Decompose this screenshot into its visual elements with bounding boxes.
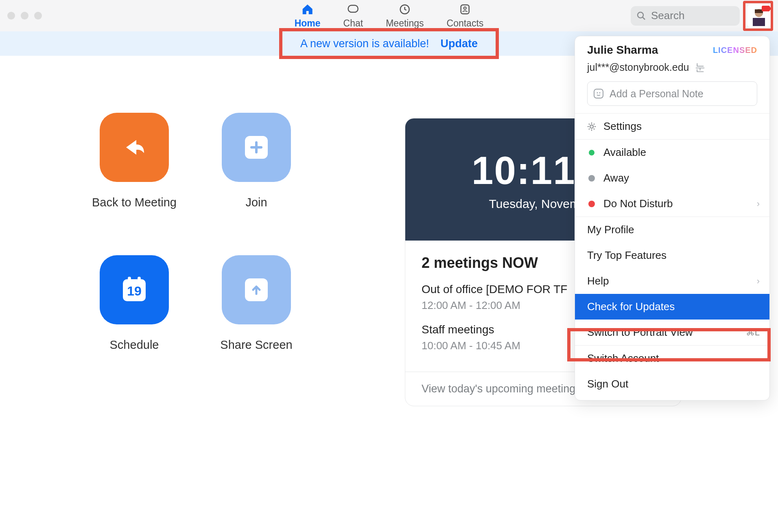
svg-point-19 (597, 92, 598, 94)
svg-point-4 (638, 12, 643, 18)
svg-line-29 (594, 124, 594, 125)
menu-sign-out[interactable]: Sign Out (575, 371, 769, 397)
tab-home[interactable]: Home (295, 2, 321, 31)
menu-settings[interactable]: Settings (575, 114, 769, 139)
back-to-meeting-button[interactable]: Back to Meeting (77, 113, 191, 251)
menu-switch-account[interactable]: Switch Account (575, 346, 769, 371)
share-icon (222, 255, 291, 324)
svg-line-27 (594, 129, 594, 129)
update-link[interactable]: Update (441, 37, 478, 50)
update-banner-text: A new version is available! (300, 37, 429, 50)
contacts-icon (458, 2, 472, 16)
svg-rect-0 (348, 5, 358, 12)
chevron-right-icon: › (757, 276, 760, 287)
profile-avatar[interactable] (747, 4, 771, 28)
menu-try-top-features[interactable]: Try Top Features (575, 243, 769, 268)
schedule-label: Schedule (110, 338, 159, 352)
plus-icon (222, 113, 291, 182)
chat-icon (346, 2, 360, 16)
share-screen-button[interactable]: Share Screen (199, 255, 313, 394)
menu-help[interactable]: Help › (575, 268, 769, 294)
join-label: Join (245, 196, 267, 209)
back-arrow-icon (100, 113, 169, 182)
svg-text:19: 19 (127, 284, 142, 298)
svg-point-20 (599, 92, 601, 94)
home-icon (301, 2, 315, 16)
status-available-icon (589, 150, 594, 155)
tab-chat[interactable]: Chat (343, 2, 363, 31)
schedule-button[interactable]: 19 Schedule (77, 255, 191, 394)
window-zoom-icon[interactable] (34, 12, 42, 20)
hide-email-icon[interactable]: 눈 (695, 61, 705, 74)
window-controls (7, 12, 42, 20)
status-dnd-icon (588, 201, 595, 207)
gear-icon (587, 122, 596, 131)
calendar-icon: 19 (100, 255, 169, 324)
status-away[interactable]: Away (575, 165, 769, 191)
profile-name: Julie Sharma (587, 44, 658, 57)
personal-note-placeholder: Add a Personal Note (610, 88, 704, 100)
search-icon (636, 11, 646, 21)
tab-chat-label: Chat (343, 18, 363, 29)
window-close-icon[interactable] (7, 12, 15, 20)
window-minimize-icon[interactable] (21, 12, 28, 20)
shortcut-label: ⌘L (746, 327, 760, 338)
nav-tabs: Home Chat Meetings Contacts (295, 0, 484, 31)
tab-meetings-label: Meetings (386, 18, 424, 29)
menu-my-profile[interactable]: My Profile (575, 217, 769, 243)
svg-line-5 (643, 17, 645, 20)
tab-contacts-label: Contacts (447, 18, 484, 29)
tab-contacts[interactable]: Contacts (447, 2, 484, 31)
license-badge: LICENSED (713, 46, 757, 55)
personal-note-input[interactable]: Add a Personal Note (587, 81, 757, 106)
clock-icon (398, 2, 412, 16)
profile-email: jul***@stonybrook.edu 눈 (587, 61, 757, 74)
join-button[interactable]: Join (199, 113, 313, 251)
recording-icon (762, 6, 770, 11)
action-grid: Back to Meeting Join 19 Schedule Share S… (77, 113, 313, 394)
menu-portrait-view[interactable]: Switch to Portrait View ⌘L (575, 320, 769, 345)
status-dnd[interactable]: Do Not Disturb › (575, 191, 769, 217)
svg-point-3 (464, 7, 466, 9)
profile-menu: Julie Sharma LICENSED jul***@stonybrook.… (575, 36, 770, 401)
svg-line-26 (589, 124, 590, 125)
svg-rect-9 (753, 18, 765, 26)
svg-rect-18 (594, 89, 603, 98)
smiley-icon (593, 88, 604, 99)
svg-point-21 (590, 125, 593, 128)
share-screen-label: Share Screen (220, 338, 292, 352)
chevron-right-icon: › (757, 199, 760, 209)
status-available[interactable]: Available (575, 140, 769, 165)
tab-meetings[interactable]: Meetings (386, 2, 424, 31)
search-input[interactable]: Search (631, 6, 740, 26)
svg-line-28 (589, 129, 590, 129)
status-away-icon (588, 175, 595, 182)
menu-check-for-updates[interactable]: Check for Updates (575, 294, 769, 320)
title-bar: Home Chat Meetings Contacts Search (0, 0, 778, 31)
search-placeholder: Search (651, 9, 684, 22)
back-to-meeting-label: Back to Meeting (92, 196, 177, 209)
tab-home-label: Home (295, 18, 321, 29)
